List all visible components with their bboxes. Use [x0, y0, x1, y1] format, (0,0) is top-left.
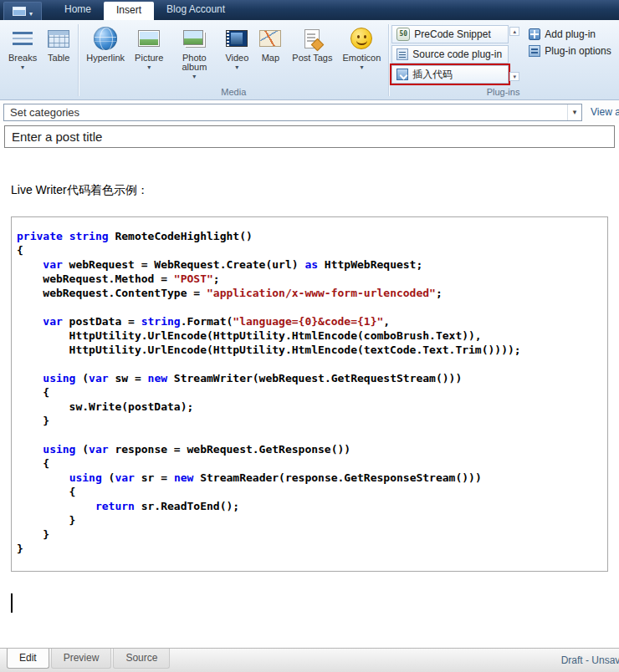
view-tab-preview[interactable]: Preview [51, 649, 112, 669]
code-line: var webRequest = WebRequest.Create(url) … [17, 257, 599, 272]
breaks-button[interactable]: Breaks [3, 22, 42, 86]
source-code-plugin-button[interactable]: Source code plug-in [391, 45, 509, 64]
group-separator [78, 24, 79, 96]
code-token: sw.Write(postData); [17, 400, 193, 413]
post-tags-icon [304, 29, 320, 48]
photo-album-label: Photo album [173, 53, 215, 72]
code-token: using [43, 372, 75, 384]
emoticon-label: Emoticon [342, 53, 381, 63]
gallery-scroll-down-icon[interactable] [509, 72, 519, 81]
plugin-options-button[interactable]: Plug-in options [529, 45, 611, 57]
code-token: using [43, 443, 75, 456]
code-line: using (var response = webRequest.GetResp… [17, 442, 599, 456]
code-token: new [148, 372, 167, 384]
add-plugin-button[interactable]: Add plug-in [529, 28, 611, 40]
view-tab-source[interactable]: Source [113, 649, 170, 669]
code-line: var postData = string.Format("language={… [17, 314, 599, 328]
table-button[interactable]: Table [42, 22, 75, 86]
picture-button[interactable]: Picture [130, 22, 168, 86]
code-token: response = webRequest.GetResponse()) [109, 443, 351, 456]
code-token: StreamWriter(webRequest.GetRequestStream… [167, 372, 462, 384]
code-token: HttpUtility.UrlEncode(HttpUtility.HtmlEn… [17, 329, 482, 342]
code-token: webRequest = WebRequest.Create(url) [63, 258, 305, 271]
insert-code-button[interactable]: 插入代码 [391, 65, 509, 84]
post-intro-text: Live Writer代码着色示例： [11, 183, 608, 198]
view-tab-edit[interactable]: Edit [7, 649, 49, 669]
chevron-down-icon[interactable] [192, 74, 196, 79]
code-token [17, 471, 69, 484]
plugin-options-icon [529, 45, 540, 57]
code-token: } [17, 514, 75, 527]
video-label: Video [225, 53, 248, 63]
media-group: Hyperlink Picture Photo album Video [79, 21, 387, 99]
code-token: ; [213, 272, 220, 285]
code-token: } [17, 415, 49, 427]
tab-home[interactable]: Home [52, 0, 104, 20]
breaks-label: Breaks [8, 53, 37, 63]
hyperlink-globe-icon [94, 27, 117, 50]
code-line: } [17, 513, 599, 527]
post-body-editor[interactable]: Live Writer代码着色示例： private string Remote… [0, 151, 619, 648]
code-token: .Format( [181, 315, 233, 328]
code-token: var [43, 258, 62, 271]
emoticon-button[interactable]: Emoticon [337, 22, 386, 86]
chevron-down-icon [29, 4, 33, 19]
app-window-icon [13, 7, 26, 16]
insert-code-label: 插入代码 [412, 68, 453, 82]
dropdown-arrow-icon[interactable] [567, 104, 581, 120]
code-token: } [17, 542, 23, 555]
ribbon-tabs: Home Insert Blog Account [52, 0, 238, 20]
tab-blog-account[interactable]: Blog Account [154, 0, 238, 20]
code-token: { [17, 386, 49, 399]
map-button[interactable]: Map [253, 22, 287, 86]
plugins-group-label: Plug-ins [391, 86, 614, 99]
code-line: private string RemoteCodeHighlight() [17, 229, 599, 243]
view-all-link[interactable]: View a [591, 106, 619, 118]
picture-label: Picture [135, 53, 163, 63]
video-button[interactable]: Video [220, 22, 253, 86]
add-plugin-icon [529, 28, 540, 40]
hyperlink-button[interactable]: Hyperlink [81, 22, 130, 86]
code-token: postData = [63, 315, 141, 328]
code-line [17, 428, 599, 442]
chevron-down-icon[interactable] [21, 64, 24, 70]
code-token: , [383, 315, 390, 328]
post-tags-button[interactable]: Post Tags [287, 22, 337, 86]
precode-snippet-button[interactable]: PreCode Snippet [391, 25, 509, 43]
code-line: webRequest.ContentType = "application/x-… [17, 286, 599, 300]
code-token: webRequest.ContentType = [17, 287, 207, 299]
code-token: ( [102, 471, 115, 484]
photo-album-button[interactable]: Photo album [168, 22, 220, 86]
code-token: var [89, 443, 108, 456]
code-token: sr = [135, 471, 174, 484]
code-token [17, 315, 43, 328]
code-token: return [95, 500, 135, 512]
gallery-scroll-up-icon[interactable] [509, 27, 519, 36]
code-token: private [17, 230, 63, 242]
plugin-gallery: PreCode Snippet Source code plug-in 插入代码 [391, 25, 509, 86]
set-categories-value: Set categories [4, 106, 567, 119]
code-token [17, 500, 95, 512]
post-tags-label: Post Tags [292, 53, 332, 63]
code-line: } [17, 414, 599, 428]
app-menu-button[interactable] [3, 2, 42, 20]
chevron-down-icon[interactable] [147, 64, 151, 70]
code-token: var [89, 372, 108, 384]
chevron-down-icon[interactable] [360, 64, 363, 70]
code-token: var [115, 471, 134, 484]
post-title-input[interactable] [4, 125, 615, 148]
code-line: { [17, 243, 599, 257]
chevron-down-icon[interactable] [235, 64, 238, 70]
code-line [17, 300, 599, 314]
set-categories-dropdown[interactable]: Set categories [3, 104, 582, 121]
emoticon-smiley-icon [350, 28, 372, 49]
video-icon [226, 30, 248, 47]
code-line: } [17, 527, 599, 542]
code-token: as [304, 258, 318, 271]
code-token: HttpUtility.UrlEncode(HttpUtility.HtmlEn… [17, 344, 521, 356]
tab-insert[interactable]: Insert [104, 2, 154, 20]
map-icon [259, 30, 281, 47]
draft-status-text: Draft - Unsave [561, 649, 619, 666]
code-token: } [17, 528, 49, 541]
app-window: Home Insert Blog Account Breaks Table [0, 0, 619, 672]
